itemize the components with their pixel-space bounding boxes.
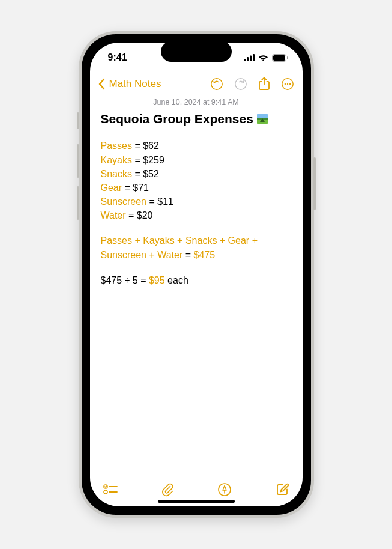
svg-point-12 <box>286 83 288 85</box>
plus-sign: + <box>249 235 258 246</box>
screen: 9:41 <box>90 43 303 506</box>
undo-button[interactable] <box>210 77 223 91</box>
sum-term: Water <box>157 250 182 260</box>
expense-line: Passes = $62 <box>101 139 292 153</box>
sum-term: Sunscreen <box>101 250 147 260</box>
checklist-button[interactable] <box>103 484 118 496</box>
sum-term: Kayaks <box>143 235 174 246</box>
expense-value: $11 <box>157 196 173 207</box>
svg-point-16 <box>104 490 107 494</box>
expense-value: $52 <box>143 169 159 179</box>
division-result: $95 <box>149 275 165 285</box>
note-date: June 10, 2024 at 9:41 AM <box>90 98 303 106</box>
sum-term: Passes <box>101 235 132 246</box>
paperclip-icon <box>161 482 174 497</box>
more-button[interactable] <box>281 77 294 91</box>
equals-sign: = <box>132 169 143 179</box>
note-title: Sequoia Group Expenses <box>101 110 292 128</box>
expense-label: Kayaks <box>101 155 132 165</box>
equals-sign: = <box>132 141 143 151</box>
plus-sign: + <box>217 235 228 246</box>
checklist-icon <box>103 484 118 496</box>
svg-rect-3 <box>253 54 255 61</box>
svg-rect-6 <box>273 55 285 61</box>
expense-line: Sunscreen = $11 <box>101 195 292 208</box>
plus-sign: + <box>132 235 143 246</box>
expense-label: Sunscreen <box>101 196 147 207</box>
svg-rect-1 <box>247 57 249 61</box>
sum-term: Gear <box>228 235 250 246</box>
share-icon <box>258 77 270 91</box>
chevron-left-icon <box>98 78 106 90</box>
svg-point-11 <box>284 83 285 85</box>
ellipsis-circle-icon <box>281 77 294 91</box>
note-body[interactable]: Sequoia Group Expenses Passes = $62Kayak… <box>90 110 303 476</box>
svg-point-4 <box>262 59 264 61</box>
nav-toolbar: Math Notes <box>90 73 303 96</box>
volume-down-button <box>77 186 79 220</box>
expense-label: Gear <box>101 183 122 193</box>
battery-icon <box>272 54 288 62</box>
sum-expression: Passes + Kayaks + Snacks + Gear + Sunscr… <box>101 234 292 262</box>
volume-up-button <box>77 144 79 178</box>
expense-list: Passes = $62Kayaks = $259Snacks = $52Gea… <box>101 139 292 222</box>
expense-line: Snacks = $52 <box>101 167 292 181</box>
expense-value: $71 <box>133 183 149 193</box>
svg-point-9 <box>235 79 246 89</box>
svg-rect-0 <box>244 59 246 61</box>
expense-label: Passes <box>101 141 132 151</box>
division-lhs: $475 ÷ 5 <box>101 275 138 285</box>
sum-term: Snacks <box>185 235 217 246</box>
iphone-frame: 9:41 <box>79 31 314 518</box>
compose-icon <box>275 482 289 497</box>
division-suffix: each <box>167 275 188 285</box>
expense-line: Gear = $71 <box>101 181 292 195</box>
power-button <box>313 157 316 210</box>
share-button[interactable] <box>258 77 270 91</box>
redo-icon <box>234 77 247 91</box>
status-time: 9:41 <box>108 52 144 63</box>
back-label: Math Notes <box>109 78 161 90</box>
equals-sign: = <box>146 196 157 207</box>
expense-label: Water <box>101 210 126 220</box>
expense-value: $20 <box>137 210 153 220</box>
equals-sign: = <box>126 210 137 220</box>
svg-rect-2 <box>250 56 252 62</box>
landscape-emoji-icon <box>257 114 268 124</box>
division-line: $475 ÷ 5 = $95 each <box>101 273 292 287</box>
expense-line: Water = $20 <box>101 208 292 222</box>
cellular-icon <box>244 54 255 61</box>
back-button[interactable]: Math Notes <box>98 78 161 90</box>
plus-sign: + <box>146 250 157 260</box>
svg-point-8 <box>211 79 222 89</box>
svg-point-13 <box>289 83 290 85</box>
wifi-icon <box>258 54 268 61</box>
equals-sign: = <box>132 155 143 165</box>
expense-value: $62 <box>143 141 159 151</box>
expense-value: $259 <box>143 155 164 165</box>
expense-line: Kayaks = $259 <box>101 153 292 167</box>
equals-sign: = <box>122 183 133 193</box>
attachment-button[interactable] <box>161 482 174 497</box>
redo-button <box>234 77 247 91</box>
svg-rect-7 <box>287 56 288 59</box>
ring-switch <box>77 112 79 129</box>
sum-result: $475 <box>194 250 216 260</box>
new-note-button[interactable] <box>275 482 289 497</box>
undo-icon <box>210 77 223 91</box>
dynamic-island <box>161 41 232 62</box>
title-text: Sequoia Group Expenses <box>101 110 253 128</box>
markup-button[interactable] <box>217 482 232 497</box>
home-indicator[interactable] <box>158 500 235 503</box>
plus-sign: + <box>175 235 185 246</box>
expense-label: Snacks <box>101 169 132 179</box>
markup-pen-icon <box>217 482 232 497</box>
